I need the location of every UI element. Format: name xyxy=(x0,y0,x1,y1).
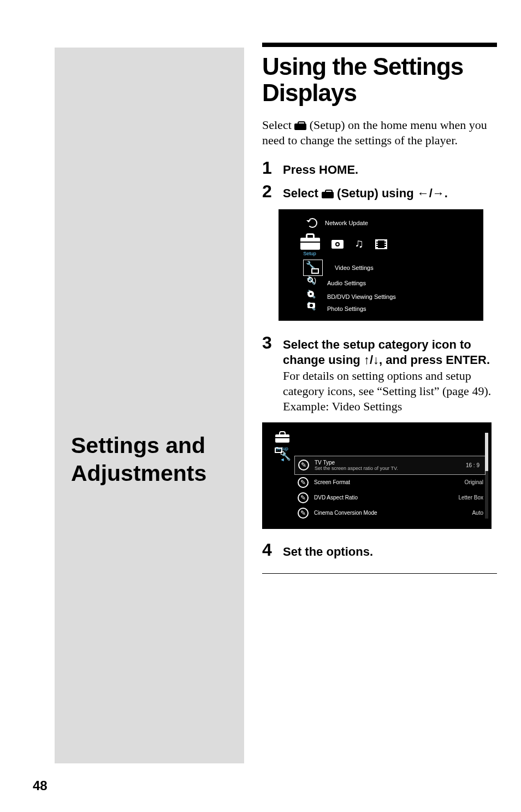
setting-label: Cinema Conversion Mode xyxy=(314,510,466,516)
video-settings-screenshot: Setup 🔧 ◄ ✎ TV Type Set the screen aspe xyxy=(262,422,492,529)
step-3: 3 Select the setup category icon to chan… xyxy=(262,333,497,414)
menu-item-audio-settings: 🔧 Audio Settings xyxy=(307,275,474,291)
section-title-line1: Settings and xyxy=(71,433,205,458)
setting-row-screen-format: ✎ Screen Format Original xyxy=(298,475,486,490)
menu-label: Audio Settings xyxy=(327,280,366,286)
setting-row-cinema-conversion: ✎ Cinema Conversion Mode Auto xyxy=(298,505,486,521)
step-number: 1 xyxy=(262,158,275,178)
step-number: 2 xyxy=(262,181,275,202)
section-title: Settings and Adjustments xyxy=(71,432,206,488)
setting-label: Screen Format xyxy=(314,479,459,485)
menu-label: Network Update xyxy=(325,220,368,226)
category-strip: Setup xyxy=(300,231,474,258)
lead-paragraph: Select (Setup) on the home menu when you… xyxy=(262,117,497,148)
step-4-label: Set the options. xyxy=(283,544,497,560)
step-3-desc2: Example: Video Settings xyxy=(283,399,497,414)
edit-icon: ✎ xyxy=(298,477,309,488)
audio-settings-icon: 🔧 xyxy=(307,277,319,289)
music-category-icon xyxy=(354,239,364,250)
content-column: Using the Settings Displays Select (Setu… xyxy=(262,43,497,574)
step-3-desc1: For details on setting options and setup… xyxy=(283,368,497,399)
edit-icon: ✎ xyxy=(298,460,309,470)
heading-rule xyxy=(262,43,497,47)
step-2-part2: (Setup) using xyxy=(334,186,417,200)
setup-category-icon xyxy=(300,232,320,250)
setting-row-dvd-aspect: ✎ DVD Aspect Ratio Letter Box xyxy=(298,490,486,505)
page-title-line2: Displays xyxy=(262,79,357,106)
section-title-line2: Adjustments xyxy=(71,461,206,486)
photo-settings-icon: 🔧 xyxy=(307,303,319,315)
left-panel xyxy=(55,48,244,763)
page: Settings and Adjustments Using the Setti… xyxy=(0,0,521,812)
page-title: Using the Settings Displays xyxy=(262,54,497,107)
scrollbar xyxy=(485,433,488,519)
step-number: 3 xyxy=(262,333,275,353)
setup-icon xyxy=(322,190,334,198)
left-right-arrows-icon: ←/→ xyxy=(417,186,445,200)
setup-label: Setup xyxy=(299,251,320,256)
section-bottom-rule xyxy=(262,573,497,574)
menu-item-photo-settings: 🔧 Photo Settings xyxy=(307,303,474,315)
step-3-label: Select the setup category icon to change… xyxy=(283,337,497,367)
step-1: 1 Press HOME. xyxy=(262,158,497,178)
step-3-part2: , and press ENTER. xyxy=(379,353,490,367)
setting-value: Original xyxy=(465,479,483,485)
bd-dvd-settings-icon: 🔧 xyxy=(307,291,319,303)
up-down-arrows-icon: ↑/↓ xyxy=(364,353,379,367)
menu-item-network-update: Network Update xyxy=(307,215,474,231)
page-number: 48 xyxy=(33,778,48,793)
home-menu-screenshot: Network Update Setup 🔧 xyxy=(279,209,483,321)
step-1-label: Press HOME. xyxy=(283,162,497,178)
category-side-list: 🔧 ◄ xyxy=(270,451,294,462)
photo-category-icon xyxy=(331,240,344,249)
step-2: 2 Select (Setup) using ←/→. xyxy=(262,181,497,202)
setting-label: DVD Aspect Ratio xyxy=(314,495,453,501)
menu-label: Photo Settings xyxy=(327,305,366,312)
menu-item-video-settings: 🔧 Video Settings xyxy=(307,260,474,275)
setting-value: Letter Box xyxy=(458,495,483,501)
video-settings-icon: 🔧 xyxy=(307,262,319,274)
step-4: 4 Set the options. xyxy=(262,540,497,560)
step-2-label: Select (Setup) using ←/→. xyxy=(283,186,497,201)
setup-category-icon xyxy=(275,431,289,443)
step-2-part3: . xyxy=(445,186,448,200)
setting-row-tv-type: ✎ TV Type Set the screen aspect ratio of… xyxy=(294,456,486,475)
edit-icon: ✎ xyxy=(298,492,309,503)
setup-icon xyxy=(294,121,306,130)
setting-label: TV Type xyxy=(315,460,335,466)
lead-part1: Select xyxy=(262,118,294,132)
step-2-part1: Select xyxy=(283,186,322,200)
setting-sublabel: Set the screen aspect ratio of your TV. xyxy=(315,466,460,471)
edit-icon: ✎ xyxy=(298,508,309,519)
menu-item-bd-dvd-settings: 🔧 BD/DVD Viewing Settings xyxy=(307,291,474,303)
setting-value: Auto xyxy=(472,510,483,516)
menu-label: BD/DVD Viewing Settings xyxy=(327,293,396,300)
menu-label: Video Settings xyxy=(335,264,374,271)
setting-value: 16 : 9 xyxy=(466,462,479,468)
video-category-icon xyxy=(375,239,387,249)
update-icon xyxy=(307,218,317,228)
page-title-line1: Using the Settings xyxy=(262,53,463,80)
step-number: 4 xyxy=(262,540,275,560)
